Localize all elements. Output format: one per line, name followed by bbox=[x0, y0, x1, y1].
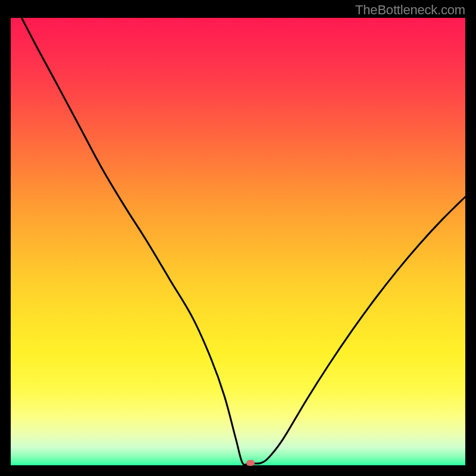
watermark-text: TheBottleneck.com bbox=[355, 2, 465, 18]
bottleneck-curve bbox=[11, 18, 465, 465]
optimal-point-marker bbox=[246, 460, 255, 466]
plot-area bbox=[11, 18, 465, 465]
chart-frame: TheBottleneck.com bbox=[0, 0, 476, 476]
